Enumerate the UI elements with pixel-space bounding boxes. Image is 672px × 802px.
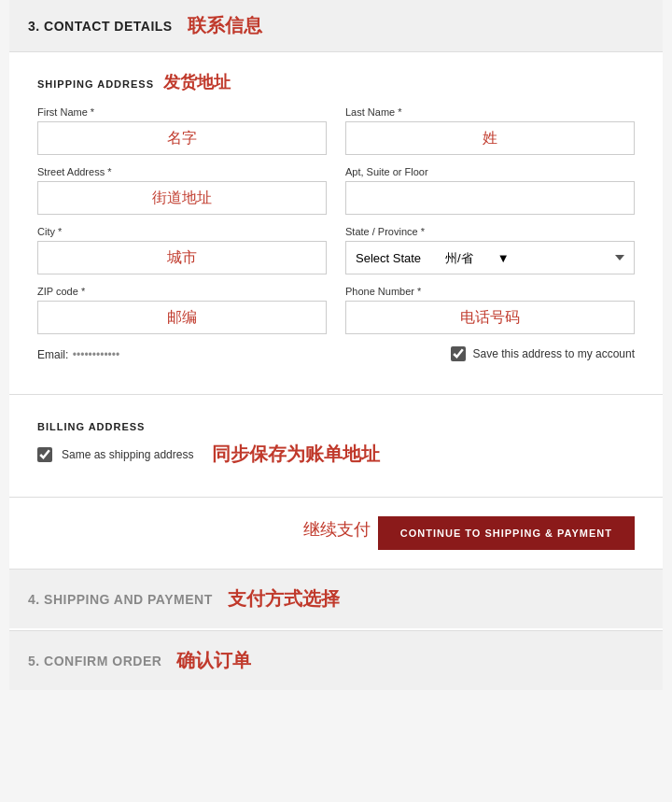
- billing-area: BILLING ADDRESS Same as shipping address…: [9, 408, 663, 484]
- email-save-row: Email: •••••••••••• Save this address to…: [37, 345, 635, 362]
- section5-title: 5. CONFIRM ORDER: [28, 654, 161, 668]
- section5-header[interactable]: 5. CONFIRM ORDER 确认订单: [9, 630, 663, 690]
- billing-same-row: Same as shipping address 同步保存为账单地址: [37, 442, 635, 467]
- shipping-label-row: SHIPPING ADDRESS 发货地址: [37, 71, 635, 93]
- zip-label: ZIP code *: [37, 286, 327, 297]
- street-label: Street Address *: [37, 166, 327, 177]
- shipping-chinese: 发货地址: [163, 71, 231, 93]
- phone-group: Phone Number *: [345, 286, 635, 334]
- section4-header[interactable]: 4. SHIPPING AND PAYMENT 支付方式选择: [9, 569, 663, 628]
- button-container: 继续支付 CONTINUE TO SHIPPING & PAYMENT: [9, 511, 663, 567]
- section3-header: 3. CONTACT DETAILS 联系信息: [9, 0, 663, 52]
- phone-input[interactable]: [345, 301, 635, 334]
- continue-button[interactable]: CONTINUE TO SHIPPING & PAYMENT: [378, 516, 635, 550]
- continue-chinese: 继续支付: [303, 518, 371, 541]
- first-name-label: First Name *: [37, 106, 327, 118]
- apt-input[interactable]: [345, 181, 635, 215]
- section-divider: [9, 394, 663, 395]
- contact-form-area: SHIPPING ADDRESS 发货地址 First Name * Last …: [9, 52, 663, 381]
- street-group: Street Address *: [37, 166, 327, 215]
- save-address-container: Save this address to my account: [451, 346, 635, 361]
- street-row: Street Address * Apt, Suite or Floor: [37, 166, 635, 215]
- city-label: City *: [37, 226, 327, 237]
- section4-chinese: 支付方式选择: [228, 586, 340, 612]
- state-group: State / Province * Select State 州/省 ▼ Al…: [345, 226, 635, 274]
- section3-chinese: 联系信息: [188, 13, 262, 38]
- city-group: City *: [37, 226, 327, 274]
- shipping-label: SHIPPING ADDRESS: [37, 78, 154, 90]
- email-container: Email: ••••••••••••: [37, 345, 119, 362]
- save-address-checkbox[interactable]: [451, 346, 466, 361]
- email-value: ••••••••••••: [73, 348, 119, 361]
- apt-group: Apt, Suite or Floor: [345, 166, 635, 215]
- billing-same-checkbox[interactable]: [37, 447, 52, 462]
- state-label: State / Province *: [345, 226, 635, 237]
- last-name-label: Last Name *: [345, 106, 635, 118]
- section5-chinese: 确认订单: [176, 648, 251, 673]
- save-address-label: Save this address to my account: [473, 347, 635, 360]
- apt-label: Apt, Suite or Floor: [345, 166, 635, 177]
- phone-label: Phone Number *: [345, 286, 635, 297]
- billing-label: BILLING ADDRESS: [37, 421, 635, 432]
- last-name-input[interactable]: [345, 121, 635, 155]
- zip-phone-row: ZIP code * Phone Number *: [37, 286, 635, 334]
- city-input[interactable]: [37, 241, 327, 274]
- city-state-row: City * State / Province * Select State 州…: [37, 226, 635, 274]
- first-name-group: First Name *: [37, 106, 327, 155]
- first-name-input[interactable]: [37, 121, 327, 155]
- zip-input[interactable]: [37, 301, 327, 334]
- section3-title: 3. CONTACT DETAILS: [28, 19, 173, 34]
- email-label: Email:: [37, 348, 68, 361]
- billing-divider: [9, 497, 663, 498]
- last-name-group: Last Name *: [345, 106, 635, 155]
- billing-same-label: Same as shipping address: [62, 448, 193, 461]
- street-input[interactable]: [37, 181, 327, 215]
- billing-chinese: 同步保存为账单地址: [212, 442, 380, 467]
- section4-title: 4. SHIPPING AND PAYMENT: [28, 592, 213, 607]
- name-row: First Name * Last Name *: [37, 106, 635, 155]
- state-select[interactable]: Select State 州/省 ▼ Alabama California Ne…: [345, 241, 635, 274]
- zip-group: ZIP code *: [37, 286, 327, 334]
